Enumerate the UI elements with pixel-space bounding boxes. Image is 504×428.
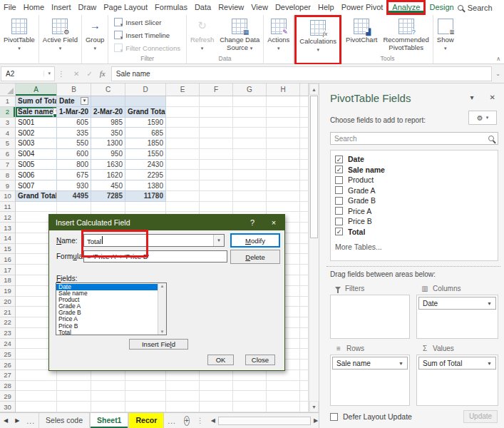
new-sheet-icon[interactable]: + [184,416,190,426]
filter-dropdown-icon[interactable]: ▼ [53,108,57,116]
row-header-30[interactable]: 30 [0,402,16,412]
grid-cell[interactable] [267,107,300,118]
grid-cell[interactable] [267,202,300,213]
rows-area[interactable]: Sale name▼ [330,355,410,406]
row-header-25[interactable]: 25 [0,349,16,360]
formula-input[interactable]: Sale name [111,66,493,81]
grid-cell[interactable] [200,96,233,107]
chevron-down-icon[interactable]: ▼ [487,301,492,306]
grid-cell[interactable]: Sum of Total [16,96,57,107]
column-header-c[interactable]: C [91,83,125,96]
refresh-button[interactable]: ↻ Refresh ▾ [187,16,217,54]
grid-cell[interactable] [125,391,166,402]
grid-cell[interactable] [166,180,200,191]
grid-cell[interactable] [91,381,125,392]
grid-cell[interactable]: 2295 [125,170,166,180]
columns-area[interactable]: Date▼ [416,295,498,339]
grid-cell[interactable] [267,118,300,128]
dialog-help-icon[interactable]: ? [242,218,263,227]
row-header-22[interactable]: 22 [0,317,16,328]
update-button[interactable]: Update [463,410,498,423]
grid-cell[interactable]: 335 [57,128,91,138]
grid-cell[interactable]: S002 [16,128,57,138]
scroll-up-icon[interactable]: ▲ [309,83,319,95]
grid-cell[interactable] [233,138,267,149]
grid-cell[interactable] [233,170,267,180]
grid-cell[interactable] [200,402,233,412]
grid-cell[interactable] [233,391,267,402]
grid-cell[interactable]: 350 [91,128,125,138]
field-item-grade-b[interactable]: Grade B [335,195,498,206]
tab-help[interactable]: Help [314,0,338,15]
grid-cell[interactable] [200,191,233,202]
row-header-19[interactable]: 19 [0,286,16,297]
chevron-down-icon[interactable]: ▼ [398,361,403,366]
grid-cell[interactable] [166,402,200,412]
checkbox-unchecked[interactable] [335,218,343,225]
modify-button[interactable]: Modify [230,233,280,248]
grid-cell[interactable] [233,128,267,138]
field-item-product[interactable]: Product [335,175,498,185]
tab-developer[interactable]: Developer [272,0,314,15]
tab-review[interactable]: Review [215,0,247,15]
sheet-overflow-left[interactable]: ... [23,417,38,425]
chevron-down-icon[interactable]: ▼ [487,361,492,366]
grid-cell[interactable]: S003 [16,138,57,149]
grid-cell[interactable] [16,391,57,402]
more-tables-link[interactable]: More Tables... [335,243,498,251]
expand-formula-bar-icon[interactable]: ⌄ [492,71,504,77]
grid-cell[interactable] [200,128,233,138]
grid-cell[interactable] [57,391,91,402]
checkbox-unchecked[interactable] [335,207,343,215]
grid-cell[interactable] [200,170,233,180]
filters-area[interactable] [330,295,410,339]
grid-cell[interactable] [233,180,267,191]
grid-cell[interactable]: Grand Total [16,191,57,202]
grid-cell[interactable] [267,391,300,402]
grid-cell[interactable]: 675 [57,170,91,180]
field-item-price-b[interactable]: Price B [335,216,498,227]
pivottable-button[interactable]: PivotTable ▾ [1,16,38,54]
row-header-1[interactable]: 1 [0,96,16,107]
grid-cell[interactable] [233,381,267,392]
row-header-12[interactable]: 12 [0,212,16,223]
area-pill-date[interactable]: Date▼ [418,297,496,310]
grid-cell[interactable] [91,402,125,412]
grid-cell[interactable] [233,202,267,213]
grid-cell[interactable]: 2430 [125,160,166,170]
row-header-14[interactable]: 14 [0,233,16,244]
active-field-button[interactable]: ⚙ Active Field ▾ [40,16,81,54]
tab-data[interactable]: Data [191,0,215,15]
checkbox-unchecked[interactable] [335,186,343,194]
column-header-f[interactable]: F [200,83,233,96]
grid-cell[interactable]: S007 [16,180,57,191]
grid-cell[interactable] [91,96,125,107]
grid-cell[interactable] [166,202,200,213]
tab-formulas[interactable]: Formulas [151,0,191,15]
sheet-nav-right-icon[interactable]: ▶ [11,417,23,424]
grid-cell[interactable] [267,96,300,107]
grid-cell[interactable] [267,170,300,180]
sheet-tab-sheet1[interactable]: Sheet1 [90,413,128,428]
row-header-18[interactable]: 18 [0,275,16,286]
grid-cell[interactable] [267,370,300,381]
row-header-28[interactable]: 28 [0,381,16,392]
grid-cell[interactable] [233,96,267,107]
ok-button[interactable]: OK [207,355,234,365]
grid-cell[interactable]: 11780 [125,191,166,202]
column-header-a[interactable]: A [16,83,57,96]
grid-cell[interactable]: 4495 [57,191,91,202]
field-item-price-a[interactable]: Price A [335,206,498,217]
grid-cell[interactable]: 930 [57,180,91,191]
checkbox-unchecked[interactable] [335,197,343,205]
sheet-nav-left-icon[interactable]: ◀ [0,417,11,424]
grid-cell[interactable]: 950 [91,149,125,160]
row-header-24[interactable]: 24 [0,339,16,350]
grid-cell[interactable] [200,391,233,402]
grid-cell[interactable] [125,202,166,213]
column-header-h[interactable]: H [267,83,300,96]
row-header-5[interactable]: 5 [0,138,16,149]
grid-cell[interactable] [91,202,125,213]
grid-cell[interactable]: S006 [16,170,57,180]
grid-cell[interactable]: 450 [91,180,125,191]
